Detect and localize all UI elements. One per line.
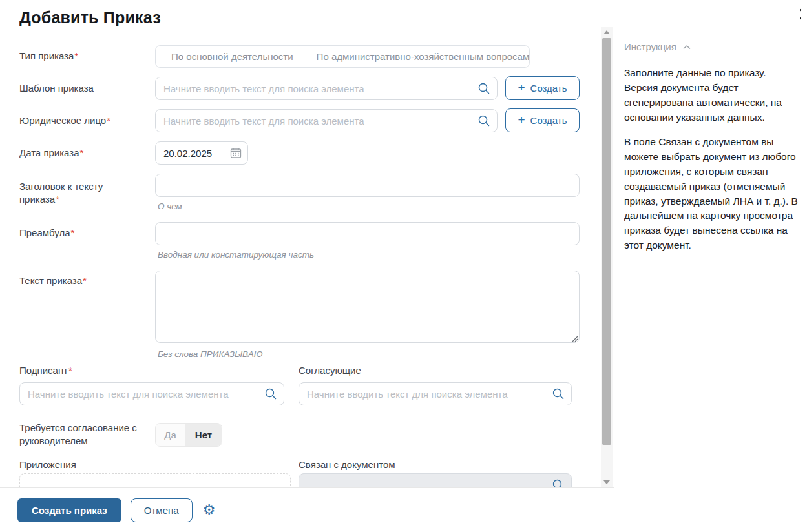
manager-approval-toggle: Да Нет [155,423,222,447]
instruction-paragraph: Заполните данные по приказу. Версия доку… [624,66,800,125]
legal-entity-create-button[interactable]: + Создать [505,108,580,132]
create-order-button[interactable]: Создать приказ [17,498,121,522]
instruction-sidebar: Инструкция Заполните данные по приказу. … [624,0,800,532]
search-icon[interactable] [477,114,490,127]
page-title: Добавить Приказ [19,8,161,27]
instruction-header[interactable]: Инструкция [624,41,691,52]
order-type-segmented-control: По основной деятельности По администрати… [155,45,530,68]
toggle-option-yes[interactable]: Да [156,424,185,446]
preamble-label: Преамбула* [19,227,149,240]
scrollbar-up-arrow[interactable] [601,27,613,37]
scrollbar-thumb[interactable] [602,38,611,445]
plus-icon: + [518,114,525,126]
signer-label: Подписант* [19,365,72,376]
preamble-input[interactable] [155,222,580,245]
dialog-footer: Создать приказ Отмена ⚙ [0,487,614,532]
settings-gear-icon[interactable]: ⚙ [203,503,216,517]
heading-hint: О чем [158,201,182,211]
content-sidebar-divider [614,0,614,532]
order-text-label: Текст приказа* [19,274,149,287]
template-label: Шаблон приказа [19,82,149,95]
approvers-search-input[interactable] [299,382,572,405]
linked-document-label: Связан с документом [299,459,395,470]
order-text-hint: Без слова ПРИКАЗЫВАЮ [158,349,262,359]
order-type-option-main-activity[interactable]: По основной деятельности [160,46,305,67]
attachments-label: Приложения [19,459,76,470]
search-icon[interactable] [264,387,277,400]
manager-approval-label: Требуется согласование с руководителем [19,422,155,448]
cancel-button[interactable]: Отмена [131,498,193,522]
approvers-label: Согласующие [299,365,361,376]
instruction-text: Заполните данные по приказу. Версия доку… [624,66,800,253]
plus-icon: + [518,81,525,94]
order-type-label: Тип приказа* [19,50,149,63]
scrollbar-down-arrow[interactable] [601,477,613,487]
heading-input[interactable] [155,174,580,197]
legal-entity-search-input[interactable] [155,109,498,132]
search-icon[interactable] [552,387,565,400]
heading-label: Заголовок к тексту приказа* [19,180,142,207]
instruction-paragraph: В поле Связан с документом вы можете выб… [624,135,800,254]
search-icon[interactable] [477,82,490,95]
toggle-option-no[interactable]: Нет [185,424,222,446]
template-search-input[interactable] [155,77,498,100]
template-create-button[interactable]: + Создать [505,76,580,100]
form-scrollbar[interactable] [601,27,613,487]
signer-search-input[interactable] [19,382,284,405]
order-text-textarea[interactable] [155,271,580,343]
chevron-up-icon [683,45,691,50]
order-type-option-admin[interactable]: По административно-хозяйственным вопроса… [305,46,541,67]
add-order-dialog: Добавить Приказ Тип приказа* По основной… [0,0,807,532]
legal-entity-label: Юридическое лицо* [19,114,149,127]
calendar-icon[interactable] [230,147,242,159]
order-date-label: Дата приказа* [19,147,149,159]
preamble-hint: Вводная или констатирующая часть [158,250,314,260]
